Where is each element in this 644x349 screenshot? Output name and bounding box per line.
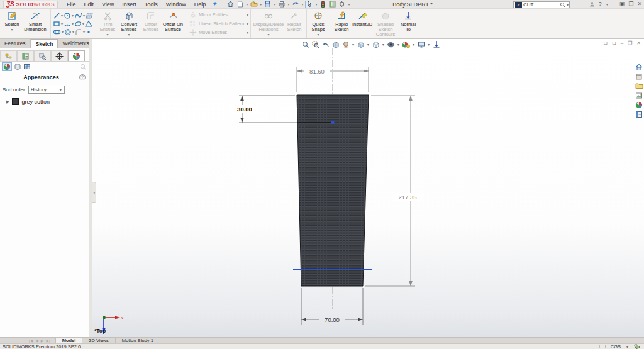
smart-dimension-button[interactable]: Smart Dimension <box>22 9 48 38</box>
units-indicator[interactable]: CGS <box>611 344 621 349</box>
spline-icon[interactable] <box>74 12 82 19</box>
doc-cascade-icon[interactable]: ⊡ <box>603 40 608 46</box>
custom-properties-icon[interactable] <box>635 110 643 118</box>
user-icon[interactable] <box>589 1 595 7</box>
rectangle-caret[interactable]: ▾ <box>61 21 63 26</box>
sketch-canvas[interactable]: 81.60 30.00 217.35 70.00 <box>92 48 644 337</box>
expand-arrow-icon[interactable]: ▶ <box>6 99 9 104</box>
appearances-scenes-icon[interactable] <box>635 101 643 109</box>
menu-view[interactable]: View <box>102 1 114 8</box>
display-manager-tab[interactable] <box>68 50 85 61</box>
panel-help-icon[interactable]: ? <box>79 74 86 80</box>
save-icon[interactable] <box>264 1 272 8</box>
save-caret[interactable]: ▾ <box>274 2 275 6</box>
undo-icon[interactable] <box>291 1 299 8</box>
convert-entities-button[interactable]: Convert Entities ▾ <box>117 9 141 38</box>
line-caret[interactable]: ▾ <box>61 13 63 18</box>
restore-button[interactable]: ❐ <box>628 1 633 7</box>
menu-window[interactable]: Window <box>166 1 186 8</box>
maximize-button[interactable]: ▣ <box>619 1 625 7</box>
options-gear-icon[interactable] <box>338 1 346 8</box>
next-tab-arrow[interactable]: ▶ <box>41 338 44 343</box>
rectangle-icon[interactable] <box>53 20 60 28</box>
point-icon[interactable] <box>86 29 92 35</box>
slot-icon[interactable] <box>53 28 61 36</box>
doc-close-button[interactable]: ✕ <box>636 40 641 46</box>
instant2d-button[interactable]: Instant2D <box>351 9 374 38</box>
dimension-left-value[interactable]: 30.00 <box>237 106 252 113</box>
tab-sketch[interactable]: Sketch <box>31 39 58 48</box>
search-icon[interactable] <box>560 2 566 8</box>
tab-model[interactable]: Model <box>55 338 83 343</box>
ellipse-caret[interactable]: ▾ <box>82 21 84 26</box>
perimeter-circle-icon[interactable] <box>64 28 72 36</box>
feature-manager-tab[interactable] <box>0 50 17 61</box>
menu-tools[interactable]: Tools <box>145 1 158 8</box>
new-file-icon[interactable] <box>236 1 244 8</box>
search-box[interactable]: » CUT ▾ <box>513 1 570 8</box>
dimension-top-value[interactable]: 81.60 <box>309 68 325 75</box>
sketch-midpoint-marker[interactable] <box>331 121 335 124</box>
view-appearances-subtab[interactable] <box>2 62 12 71</box>
doc-restore-button[interactable]: ❐ <box>628 40 632 46</box>
view-settings-caret[interactable]: ▾ <box>413 42 414 47</box>
units-caret[interactable]: ▾ <box>626 345 628 349</box>
menu-insert[interactable]: Insert <box>122 1 136 8</box>
select-caret[interactable]: ▾ <box>315 2 317 6</box>
tab-3d-views[interactable]: 3D Views <box>82 338 116 343</box>
undo-caret[interactable]: ▾ <box>301 2 303 6</box>
ellipse-icon[interactable] <box>74 20 82 28</box>
dimension-bottom-value[interactable]: 70.00 <box>325 316 340 323</box>
design-library-icon[interactable] <box>635 72 643 80</box>
close-button[interactable]: ✕ <box>637 1 642 7</box>
circle-caret[interactable]: ▾ <box>72 13 74 18</box>
dimension-right-value[interactable]: 217.35 <box>398 194 416 201</box>
arc-icon[interactable] <box>64 20 71 28</box>
doc-minimize-button[interactable]: – <box>621 40 623 46</box>
configuration-manager-tab[interactable] <box>34 50 51 61</box>
view-palette-icon[interactable] <box>635 91 643 99</box>
spline-caret[interactable]: ▾ <box>83 13 85 18</box>
slot-caret[interactable]: ▾ <box>62 30 64 34</box>
sketch-button[interactable]: Sketch ▾ <box>2 9 22 38</box>
help-caret[interactable]: ▾ <box>606 2 608 6</box>
display-style-caret[interactable]: ▾ <box>367 42 369 47</box>
normal-to-view-caret[interactable]: ▾ <box>428 42 430 47</box>
polygon-text-icon[interactable] <box>85 20 92 28</box>
print-icon[interactable] <box>277 1 286 8</box>
open-file-caret[interactable]: ▾ <box>260 2 262 6</box>
fillet-icon[interactable] <box>75 28 82 36</box>
quick-snaps-caret[interactable]: ▾ <box>318 33 319 36</box>
convert-caret[interactable]: ▾ <box>128 33 130 36</box>
prev-tab-arrow[interactable]: ◀ <box>35 338 38 343</box>
tags-icon[interactable] <box>634 344 640 349</box>
search-input[interactable]: CUT <box>523 2 560 8</box>
appearance-item-grey-cotton[interactable]: ▶ grey cotton <box>0 95 89 106</box>
minimize-button[interactable]: – <box>613 1 616 7</box>
last-tab-arrow[interactable]: ▶| <box>46 338 50 343</box>
normal-to-button[interactable]: Normal To <box>397 9 419 38</box>
hide-show-items-caret[interactable]: ▾ <box>382 42 384 47</box>
property-manager-tab[interactable] <box>17 50 34 61</box>
resources-home-icon[interactable] <box>635 63 643 71</box>
arc-caret[interactable]: ▾ <box>72 21 74 26</box>
sketch-caret[interactable]: ▾ <box>11 28 13 31</box>
dimxpert-manager-tab[interactable] <box>51 50 68 61</box>
menu-file[interactable]: File <box>67 1 76 8</box>
open-file-icon[interactable] <box>250 1 258 8</box>
help-icon[interactable]: ? <box>599 1 602 7</box>
origin-point[interactable] <box>103 316 106 319</box>
menu-edit[interactable]: Edit <box>84 1 94 8</box>
rebuild-icon[interactable] <box>319 1 327 8</box>
select-arrow-icon[interactable] <box>305 1 313 8</box>
search-scope-icon[interactable]: » <box>515 2 522 8</box>
fillet-caret[interactable]: ▾ <box>83 30 85 34</box>
panel-collapse-handle[interactable]: ◂ <box>92 182 96 203</box>
new-file-caret[interactable]: ▾ <box>246 2 248 6</box>
3d-sketch-plane-icon[interactable] <box>86 12 94 19</box>
doc-tile-icon[interactable]: ⊡ <box>612 40 616 46</box>
line-icon[interactable] <box>53 12 60 19</box>
print-caret[interactable]: ▾ <box>287 2 289 6</box>
perimeter-circle-caret[interactable]: ▾ <box>72 30 74 34</box>
sort-order-select[interactable]: History ▾ <box>28 86 65 94</box>
